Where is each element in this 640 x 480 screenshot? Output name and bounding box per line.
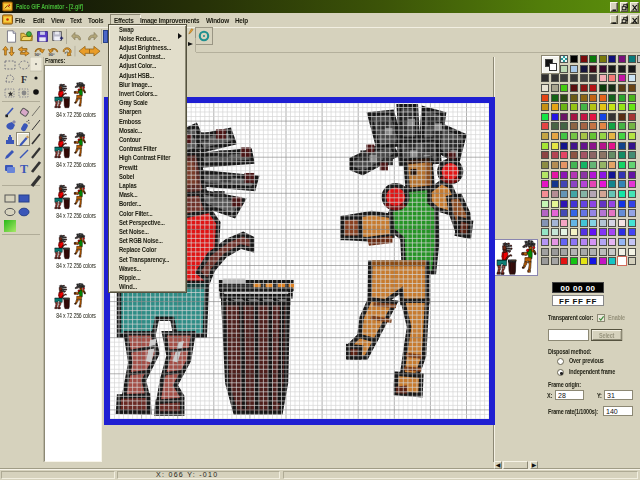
svg-text:T: T [20,162,28,175]
svg-text:F: F [21,74,27,85]
svg-text:r°: r° [64,50,68,55]
